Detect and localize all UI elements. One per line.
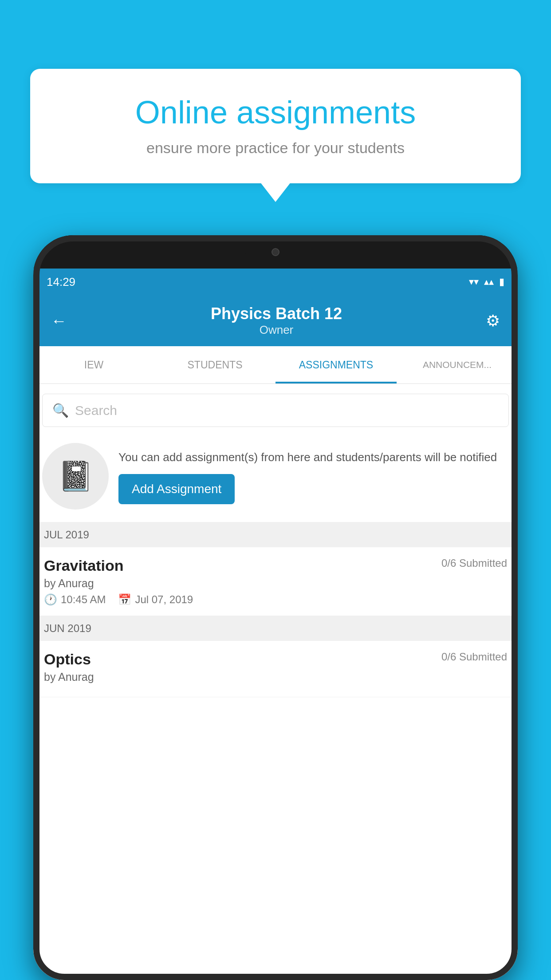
section-header-jul2019: JUL 2019: [33, 522, 518, 547]
assignment-meta-gravitation: 🕐 10:45 AM 📅 Jul 07, 2019: [44, 593, 507, 606]
assignment-name-gravitation: Gravitation: [44, 557, 123, 574]
promo-icon-circle: 📓: [42, 443, 109, 510]
tab-assignments[interactable]: ASSIGNMENTS: [276, 346, 397, 383]
settings-button[interactable]: ⚙: [481, 307, 504, 335]
assignment-submitted-gravitation: 0/6 Submitted: [441, 557, 507, 569]
assignment-item-optics[interactable]: Optics 0/6 Submitted by Anurag: [33, 641, 518, 697]
notebook-icon: 📓: [58, 459, 94, 493]
header-subtitle: Owner: [211, 323, 342, 337]
assignment-item-gravitation[interactable]: Gravitation 0/6 Submitted by Anurag 🕐 10…: [33, 547, 518, 616]
assignment-by-gravitation: by Anurag: [44, 577, 507, 590]
calendar-icon: 📅: [118, 593, 131, 606]
signal-icon: ▴▴: [484, 276, 494, 288]
phone-frame: 14:29 ▾▾ ▴▴ ▮ ← Physics Batch 12 Owner ⚙…: [33, 235, 518, 980]
status-icons: ▾▾ ▴▴ ▮: [469, 276, 504, 288]
meta-date-gravitation: 📅 Jul 07, 2019: [118, 593, 193, 606]
assignment-submitted-optics: 0/6 Submitted: [441, 651, 507, 663]
search-bar[interactable]: 🔍 Search: [42, 394, 509, 427]
meta-date-value: Jul 07, 2019: [135, 593, 193, 606]
tabs-container: IEW STUDENTS ASSIGNMENTS ANNOUNCEM...: [33, 346, 518, 384]
notch-cutout: [244, 244, 307, 261]
header-title: Physics Batch 12: [211, 304, 342, 323]
assignment-name-optics: Optics: [44, 651, 91, 668]
meta-time-value: 10:45 AM: [61, 593, 106, 606]
section-header-jun2019: JUN 2019: [33, 616, 518, 641]
meta-time-gravitation: 🕐 10:45 AM: [44, 593, 106, 606]
tab-iew[interactable]: IEW: [33, 346, 154, 383]
promo-content: You can add assignment(s) from here and …: [118, 449, 507, 504]
wifi-icon: ▾▾: [469, 276, 479, 288]
back-button[interactable]: ←: [47, 307, 71, 335]
tab-students[interactable]: STUDENTS: [154, 346, 276, 383]
speech-bubble-container: Online assignments ensure more practice …: [30, 69, 521, 183]
promo-text: You can add assignment(s) from here and …: [118, 449, 507, 466]
tab-announcements[interactable]: ANNOUNCEM...: [397, 346, 518, 383]
app-header: ← Physics Batch 12 Owner ⚙: [33, 295, 518, 346]
clock-icon: 🕐: [44, 593, 57, 606]
add-assignment-button[interactable]: Add Assignment: [118, 474, 235, 504]
phone-content: 🔍 Search 📓 You can add assignment(s) fro…: [33, 384, 518, 980]
phone-notch: [33, 235, 518, 269]
assignment-by-optics: by Anurag: [44, 671, 507, 684]
bubble-subtitle: ensure more practice for your students: [57, 139, 494, 157]
battery-icon: ▮: [499, 276, 504, 288]
search-placeholder: Search: [75, 403, 117, 418]
status-bar: 14:29 ▾▾ ▴▴ ▮: [33, 269, 518, 295]
header-center: Physics Batch 12 Owner: [211, 304, 342, 337]
status-time: 14:29: [47, 275, 75, 289]
search-icon: 🔍: [52, 403, 69, 418]
add-assignment-promo: 📓 You can add assignment(s) from here an…: [33, 435, 518, 522]
speech-bubble: Online assignments ensure more practice …: [30, 69, 521, 183]
bubble-title: Online assignments: [57, 93, 494, 131]
camera-dot: [272, 248, 279, 256]
